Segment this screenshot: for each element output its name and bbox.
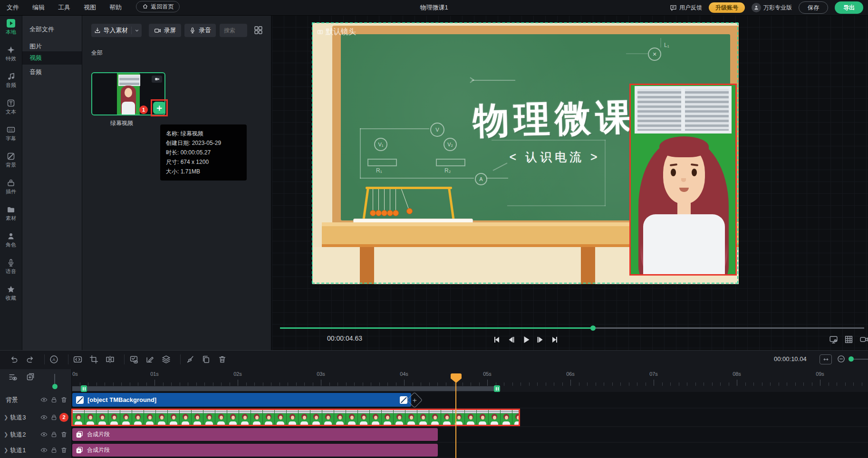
eye-icon[interactable] <box>40 447 48 454</box>
sidebar-item-character[interactable]: 角色 <box>0 232 22 253</box>
timeline-zoom-slider[interactable] <box>853 359 868 360</box>
background-clip[interactable]: [object TMBackground] <box>72 393 411 407</box>
sidebar-item-voice[interactable]: 语音 <box>0 258 22 279</box>
ruler-tick <box>529 382 530 386</box>
svg-text:CC: CC <box>9 128 13 132</box>
lock-icon[interactable] <box>50 447 58 454</box>
ruler-tick <box>437 382 438 386</box>
add-track-icon[interactable] <box>26 372 35 381</box>
ruler-tick <box>504 382 504 386</box>
code-icon[interactable] <box>73 355 82 364</box>
chevron-down-icon[interactable] <box>135 28 139 33</box>
expand-chevron-icon[interactable]: ❯ <box>4 431 8 438</box>
crop-icon[interactable] <box>89 355 98 364</box>
film-frame <box>192 410 203 425</box>
feedback-button[interactable]: 用户反馈 <box>670 4 702 12</box>
eye-icon[interactable] <box>40 396 48 403</box>
copy-icon[interactable] <box>202 355 211 364</box>
library-nav-3[interactable]: 音频 <box>22 66 82 79</box>
ruler-tick <box>853 382 854 386</box>
library-nav-2[interactable]: 视频 <box>22 51 82 65</box>
pause-marker-end[interactable] <box>494 385 500 392</box>
edit-icon[interactable] <box>145 355 154 364</box>
grid-view-icon[interactable] <box>254 26 263 35</box>
expand-chevron-icon[interactable]: ❯ <box>4 447 8 453</box>
ruler-tick <box>537 382 538 386</box>
preview-canvas[interactable]: V V₁ V₂ A R₁ R₂ ✕ <box>312 23 739 284</box>
mask-icon[interactable] <box>129 355 138 364</box>
track-height-handle[interactable] <box>52 384 58 389</box>
greenscreen-video-overlay[interactable] <box>629 84 737 276</box>
upgrade-account-button[interactable]: 升级账号 <box>709 2 745 13</box>
grid-table-icon[interactable] <box>844 335 853 344</box>
camera-icon[interactable] <box>859 335 868 344</box>
pause-marker-start[interactable] <box>81 385 87 392</box>
ruler-tick <box>454 382 454 386</box>
film-frame <box>251 410 263 425</box>
cc-icon: CC <box>7 125 15 134</box>
redo-icon[interactable] <box>26 355 35 364</box>
sidebar-item-assets[interactable]: 素材 <box>0 205 22 226</box>
brush-icon[interactable] <box>185 355 194 364</box>
trash-icon[interactable] <box>60 431 68 438</box>
zoom-slider-handle[interactable] <box>849 356 854 362</box>
add-to-timeline-button[interactable]: ＋ <box>153 102 165 114</box>
trash-icon[interactable] <box>60 396 68 403</box>
sidebar-item-plugin[interactable]: 插件 <box>0 179 22 200</box>
monitor-icon[interactable] <box>829 335 838 344</box>
skip-end-icon[interactable] <box>551 335 560 344</box>
track-manager-icon[interactable] <box>8 372 18 382</box>
skip-start-icon[interactable] <box>492 335 502 344</box>
zoom-out-icon[interactable] <box>837 355 845 363</box>
library-nav-0[interactable]: 全部文件 <box>22 23 82 36</box>
search-input[interactable] <box>220 27 249 34</box>
undo-icon[interactable] <box>10 355 19 364</box>
keyframe-icon[interactable]: A <box>49 355 58 364</box>
frame-back-icon[interactable] <box>507 335 516 344</box>
sidebar-item-subtitle[interactable]: CC字幕 <box>0 125 22 146</box>
section-label: 全部 <box>91 49 103 57</box>
record-audio-button[interactable]: 录音 <box>184 24 216 37</box>
eye-icon[interactable] <box>40 431 48 438</box>
sidebar-item-text[interactable]: 文本 <box>0 99 22 120</box>
sidebar-item-favorites[interactable]: 收藏 <box>0 285 22 306</box>
import-material-button[interactable]: 导入素材 <box>91 24 142 37</box>
trash-icon[interactable] <box>60 447 68 454</box>
record-screen-button[interactable]: 录屏 <box>149 24 181 37</box>
account-info[interactable]: 万彩专业版 <box>752 3 792 12</box>
progress-handle[interactable] <box>590 325 596 331</box>
save-button[interactable]: 保存 <box>799 1 828 14</box>
fit-timeline-icon[interactable] <box>820 354 832 364</box>
export-button[interactable]: 导出 <box>835 1 863 14</box>
expand-chevron-icon[interactable]: ❯ <box>4 414 8 420</box>
layers-icon[interactable] <box>162 355 171 364</box>
composite-clip-icon <box>76 447 83 454</box>
timeline-ruler[interactable]: 0s01s02s03s04s05s06s07s08s09s <box>0 369 868 386</box>
ruler-tick <box>795 382 796 386</box>
delete-icon[interactable] <box>218 355 227 364</box>
background-thumb-icon <box>76 396 84 404</box>
track-header-背景: 背景 <box>0 392 71 408</box>
topbar-right-group: 用户反馈 升级账号 万彩专业版 保存 导出 <box>670 0 863 15</box>
eye-icon[interactable] <box>40 414 48 421</box>
ruler-tick <box>446 382 446 386</box>
composite-clip[interactable]: 合成片段 <box>72 444 438 457</box>
film-frame <box>441 410 453 425</box>
sidebar-item-local[interactable]: 本地 <box>0 19 22 40</box>
lock-icon[interactable] <box>50 396 58 403</box>
ruler-tick <box>521 382 521 386</box>
composite-clip[interactable]: 合成片段 <box>72 428 438 441</box>
film-frame <box>73 410 85 425</box>
search-box[interactable] <box>220 24 247 37</box>
preview-progress-bar[interactable] <box>280 327 864 329</box>
frame-forward-icon[interactable] <box>536 335 546 344</box>
play-icon[interactable] <box>521 335 531 344</box>
sidebar-item-audio[interactable]: 音频 <box>0 72 22 93</box>
split-icon[interactable] <box>106 355 115 364</box>
sidebar-item-background[interactable]: 背景 <box>0 152 22 173</box>
greenscreen-filmstrip-clip[interactable] <box>71 409 520 426</box>
sidebar-item-effects[interactable]: 特效 <box>0 46 22 67</box>
lock-icon[interactable] <box>50 414 58 421</box>
star-icon <box>7 285 15 294</box>
lock-icon[interactable] <box>50 431 58 438</box>
